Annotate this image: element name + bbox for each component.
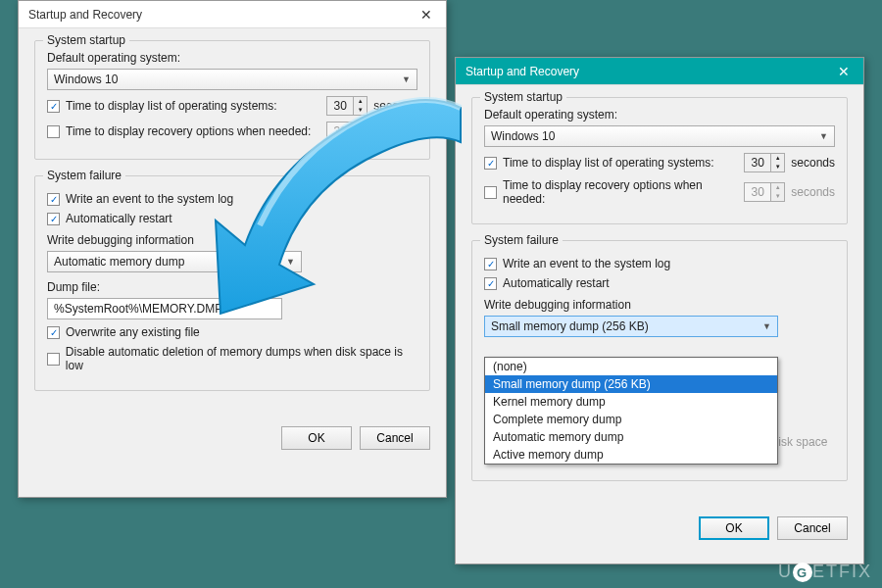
default-os-label: Default operating system:	[484, 108, 835, 122]
up-icon[interactable]: ▲	[354, 97, 367, 106]
down-icon: ▼	[354, 131, 367, 140]
time-list-label: Time to display list of operating system…	[66, 99, 320, 113]
dropdown-option[interactable]: Active memory dump	[485, 446, 777, 464]
spinner-buttons[interactable]: ▲▼	[770, 154, 784, 172]
spinner-buttons[interactable]: ▲▼	[353, 97, 367, 115]
window-title: Startup and Recovery	[28, 8, 142, 22]
time-list-spinner[interactable]: 30 ▲▼	[326, 96, 368, 116]
dropdown-option[interactable]: Kernel memory dump	[485, 393, 777, 411]
window-title: Startup and Recovery	[466, 65, 579, 78]
time-list-checkbox[interactable]: ✓	[484, 157, 497, 170]
startup-recovery-dialog-1: Startup and Recovery ✕ System startup De…	[18, 0, 447, 498]
down-icon[interactable]: ▼	[354, 106, 367, 115]
spinner-value: 30	[327, 97, 353, 115]
titlebar[interactable]: Startup and Recovery ✕	[19, 1, 446, 28]
chevron-down-icon: ▼	[286, 257, 295, 267]
select-value: Small memory dump (256 KB)	[491, 319, 649, 333]
cancel-button[interactable]: Cancel	[360, 426, 430, 450]
up-icon: ▲	[354, 122, 367, 131]
dump-file-label: Dump file:	[47, 280, 417, 294]
default-os-select[interactable]: Windows 10 ▼	[484, 125, 835, 147]
seconds-label: seconds	[791, 156, 835, 170]
dialog-body: System startup Default operating system:…	[456, 85, 863, 509]
spinner-buttons: ▲▼	[353, 122, 367, 140]
group-legend: System failure	[43, 169, 125, 182]
spinner-value: 30	[745, 183, 770, 201]
group-legend: System startup	[43, 33, 129, 47]
system-startup-group: System startup Default operating system:…	[471, 97, 848, 224]
event-log-checkbox[interactable]: ✓	[484, 258, 497, 270]
spinner-value: 30	[327, 122, 353, 140]
startup-recovery-dialog-2: Startup and Recovery ✕ System startup De…	[455, 57, 864, 564]
time-recovery-label: Time to display recovery options when ne…	[503, 178, 738, 206]
up-icon: ▲	[771, 183, 784, 192]
seconds-label: seconds	[373, 124, 417, 138]
ok-button[interactable]: OK	[699, 516, 769, 540]
time-list-spinner[interactable]: 30 ▲▼	[744, 153, 785, 172]
event-log-label: Write an event to the system log	[66, 192, 233, 206]
default-os-label: Default operating system:	[47, 51, 417, 65]
button-row: OK Cancel	[456, 509, 863, 548]
write-debug-label: Write debugging information	[47, 233, 417, 247]
up-icon[interactable]: ▲	[771, 154, 784, 163]
spinner-buttons: ▲▼	[770, 183, 784, 201]
default-os-select[interactable]: Windows 10 ▼	[47, 69, 417, 90]
select-value: Windows 10	[54, 73, 118, 86]
spinner-value: 30	[745, 154, 770, 172]
debug-info-select[interactable]: Automatic memory dump ▼	[47, 251, 302, 272]
overwrite-label: Overwrite any existing file	[66, 325, 200, 339]
auto-restart-label: Automatically restart	[503, 276, 610, 290]
chevron-down-icon: ▼	[819, 131, 828, 141]
watermark: UGETFIX	[778, 562, 872, 583]
time-list-label: Time to display list of operating system…	[503, 156, 738, 170]
close-icon[interactable]: ✕	[830, 64, 858, 79]
dialog-body: System startup Default operating system:…	[19, 28, 446, 418]
chevron-down-icon: ▼	[762, 321, 771, 331]
event-log-checkbox[interactable]: ✓	[47, 193, 60, 206]
group-legend: System startup	[480, 90, 566, 104]
titlebar[interactable]: Startup and Recovery ✕	[456, 58, 863, 85]
input-value: %SystemRoot%\MEMORY.DMP	[54, 302, 222, 316]
select-value: Automatic memory dump	[54, 255, 184, 269]
disable-delete-checkbox[interactable]	[47, 353, 60, 366]
dropdown-option[interactable]: Small memory dump (256 KB)	[485, 375, 777, 393]
auto-restart-checkbox[interactable]: ✓	[47, 213, 60, 225]
time-recovery-spinner: 30 ▲▼	[326, 122, 368, 141]
system-failure-group: System failure ✓ Write an event to the s…	[34, 175, 430, 391]
seconds-label: seconds	[373, 99, 417, 113]
auto-restart-label: Automatically restart	[66, 212, 172, 225]
debug-info-select[interactable]: Small memory dump (256 KB) ▼	[484, 316, 778, 337]
dropdown-option[interactable]: Complete memory dump	[485, 411, 777, 428]
button-row: OK Cancel	[19, 418, 446, 458]
ok-button[interactable]: OK	[281, 426, 352, 450]
overwrite-checkbox[interactable]: ✓	[47, 326, 60, 339]
down-icon: ▼	[771, 192, 784, 201]
time-recovery-checkbox[interactable]	[484, 186, 497, 199]
cancel-button[interactable]: Cancel	[777, 516, 848, 540]
time-recovery-checkbox[interactable]	[47, 125, 60, 138]
group-legend: System failure	[480, 233, 563, 247]
time-recovery-spinner: 30 ▲▼	[744, 182, 785, 202]
close-icon[interactable]: ✕	[413, 7, 440, 23]
chevron-down-icon: ▼	[402, 74, 411, 84]
time-list-checkbox[interactable]: ✓	[47, 100, 60, 113]
seconds-label: seconds	[791, 185, 835, 199]
time-recovery-label: Time to display recovery options when ne…	[66, 124, 320, 138]
dropdown-option[interactable]: (none)	[485, 358, 777, 375]
event-log-label: Write an event to the system log	[503, 257, 670, 270]
system-startup-group: System startup Default operating system:…	[34, 40, 430, 160]
dump-file-input[interactable]: %SystemRoot%\MEMORY.DMP	[47, 298, 282, 319]
auto-restart-checkbox[interactable]: ✓	[484, 277, 497, 290]
dropdown-option[interactable]: Automatic memory dump	[485, 428, 777, 446]
down-icon[interactable]: ▼	[771, 163, 784, 172]
select-value: Windows 10	[491, 129, 555, 143]
debug-dropdown-list[interactable]: (none)Small memory dump (256 KB)Kernel m…	[484, 357, 778, 465]
write-debug-label: Write debugging information	[484, 298, 835, 312]
disable-delete-label: Disable automatic deletion of memory dum…	[66, 345, 417, 372]
system-failure-group: System failure ✓ Write an event to the s…	[471, 240, 848, 481]
